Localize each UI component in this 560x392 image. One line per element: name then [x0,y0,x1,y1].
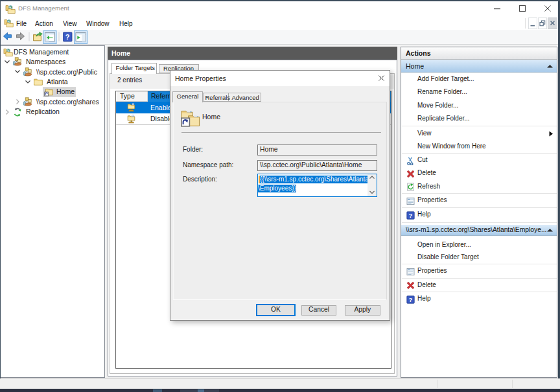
svg-text:?: ? [409,212,413,219]
svg-text:?: ? [65,33,70,41]
svg-text:?: ? [409,296,413,303]
